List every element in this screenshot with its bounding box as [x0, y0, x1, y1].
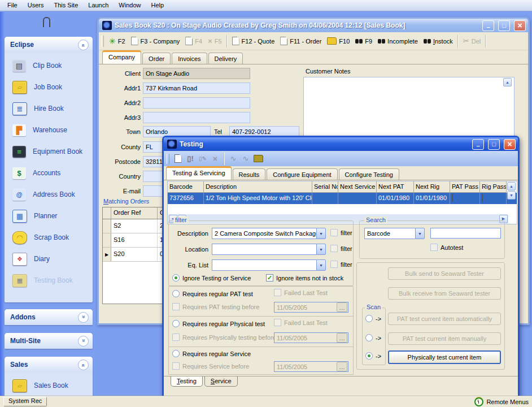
bottom-tab-testing[interactable]: Testing: [171, 376, 203, 387]
radio-icon[interactable]: [172, 290, 180, 297]
failed-last-test-checkbox[interactable]: Failed Last Test: [274, 319, 328, 326]
description-combo[interactable]: 2 Camera Composite Switch Package ▼: [212, 228, 326, 239]
toolbar-button-f10[interactable]: F10: [324, 36, 352, 46]
search-input[interactable]: [430, 228, 501, 239]
menu-item-launch[interactable]: Launch: [83, 0, 114, 11]
delete-cross-icon[interactable]: [210, 153, 221, 164]
ignore-testing-radio[interactable]: Ignore Testing or Service: [172, 274, 251, 282]
scan-button-physically-test-current-item[interactable]: Physically test current item: [388, 350, 501, 364]
remote-menus-status[interactable]: Remote Menus: [474, 397, 529, 406]
menu-item-this-site[interactable]: This Site: [49, 0, 83, 11]
toolbar-grip[interactable]: [101, 36, 104, 47]
requires-service-radio[interactable]: Requires regular Service: [172, 350, 251, 357]
dropdown-arrow-icon[interactable]: ▼: [316, 259, 326, 271]
location-filter-checkbox[interactable]: filter: [330, 245, 352, 252]
checkbox-icon[interactable]: [330, 229, 338, 236]
minimize-button[interactable]: [472, 139, 484, 150]
scan-radio-3[interactable]: ->: [365, 352, 381, 360]
bulk-receive-button[interactable]: Bulk receive from Seaward tester: [388, 287, 501, 300]
sales-window-titlebar[interactable]: Sales Book S20 : On Stage Audio Created …: [99, 19, 528, 32]
checkbox-icon[interactable]: [274, 319, 281, 326]
scan-button-pat-test-current-item-automatically[interactable]: PAT test current item automatically: [388, 313, 501, 325]
sidebar-header-sales[interactable]: Sales «: [5, 357, 93, 373]
equipment-table-row[interactable]: 73726561/2 Ton High Speed Motor with 120…: [168, 193, 517, 204]
sidebar-item-diary[interactable]: Diary: [5, 248, 93, 270]
radio-icon[interactable]: [172, 350, 180, 357]
sidebar-item-warehouse[interactable]: Warehouse: [5, 119, 93, 141]
pat-before-checkbox[interactable]: Requires PAT testing before: [172, 303, 259, 310]
sidebar-item-sales-book[interactable]: Sales Book: [5, 375, 93, 396]
sidebar-item-address-book[interactable]: Address Book: [5, 184, 93, 205]
radio-icon[interactable]: [365, 352, 373, 360]
service-before-date-field[interactable]: 11/05/2005 …: [274, 361, 348, 372]
column-header-rig-pass[interactable]: Rig Pass: [480, 181, 507, 193]
description-filter-checkbox[interactable]: filter: [330, 229, 352, 236]
new-page-icon[interactable]: [172, 153, 184, 164]
tab-testing-servicing[interactable]: Testing & Servicing: [166, 166, 232, 180]
checkbox-icon[interactable]: [172, 334, 180, 341]
expand-button[interactable]: «: [78, 336, 89, 347]
column-header-next-pat[interactable]: Next PAT: [377, 181, 414, 193]
radio-icon[interactable]: [172, 320, 180, 327]
system-rec-button[interactable]: System Rec: [3, 397, 47, 406]
column-header-order-ref[interactable]: Order Ref: [111, 207, 158, 219]
tab-order[interactable]: Order: [142, 53, 171, 64]
sidebar-item-clip-book[interactable]: Clip Book: [5, 55, 93, 76]
checkbox-icon[interactable]: [172, 362, 180, 370]
toolbar-button-f9[interactable]: F9: [352, 36, 375, 46]
menu-item-users[interactable]: Users: [23, 0, 49, 11]
page-alert-icon[interactable]: [185, 153, 196, 164]
toolbar-button-f3-company[interactable]: F3 - Company: [128, 35, 183, 47]
tab-configure-equipment[interactable]: Configure Equipment: [267, 168, 337, 180]
tab-company[interactable]: Company: [102, 50, 141, 64]
maximize-button[interactable]: [498, 20, 510, 31]
rig-pass-checkbox-icon[interactable]: [482, 194, 483, 202]
bulk-send-button[interactable]: Bulk send to Seaward Tester: [388, 267, 501, 280]
addr1-field[interactable]: 737 Kirkman Road: [143, 83, 250, 94]
sidebar-header-addons[interactable]: Addons «: [5, 309, 93, 325]
toolbar-grip[interactable]: [167, 154, 169, 164]
sidebar-item-planner[interactable]: Planner: [5, 205, 93, 227]
search-field-combo[interactable]: Barcode ▼: [364, 228, 425, 239]
checkbox-icon[interactable]: [172, 303, 180, 310]
tab-results[interactable]: Results: [233, 168, 266, 180]
scan-button-pat-test-current-item-manually[interactable]: PAT test current item manually: [388, 332, 501, 345]
date-picker-button[interactable]: …: [337, 302, 347, 312]
tab-invoices[interactable]: Invoices: [172, 53, 207, 64]
collapse-button[interactable]: «: [78, 360, 89, 370]
maximize-button[interactable]: [488, 139, 500, 150]
menu-item-window[interactable]: Window: [114, 0, 146, 11]
radio-icon[interactable]: [365, 315, 373, 322]
menu-item-help[interactable]: Help: [146, 0, 169, 11]
close-button[interactable]: [514, 20, 526, 31]
requires-pat-radio[interactable]: Requires regular PAT test: [172, 290, 253, 297]
checkbox-icon[interactable]: [266, 274, 273, 282]
toolbar-button-f2[interactable]: F2: [106, 35, 128, 47]
sidebar-item-scrap-book[interactable]: Scrap Book: [5, 227, 93, 248]
addr3-field[interactable]: [143, 112, 250, 123]
checkbox-icon[interactable]: [330, 245, 338, 252]
column-header-next-rig[interactable]: Next Rig: [414, 181, 450, 193]
service-before-checkbox[interactable]: Requires Service before: [172, 362, 249, 370]
connector-icon[interactable]: [228, 153, 239, 164]
radio-icon[interactable]: [365, 334, 373, 341]
date-picker-button[interactable]: …: [337, 333, 347, 343]
olive-folder-icon[interactable]: [252, 153, 264, 164]
sidebar-item-equipment-book[interactable]: Equipment Book: [5, 141, 93, 162]
sidebar-item-job-book[interactable]: Job Book: [5, 76, 93, 98]
eq-list-filter-checkbox[interactable]: filter: [330, 261, 352, 268]
physical-before-date-field[interactable]: 11/05/2005 …: [274, 332, 348, 343]
checkbox-icon[interactable]: [430, 244, 438, 251]
sidebar-item-accounts[interactable]: Accounts: [5, 162, 93, 184]
tab-configure-testing[interactable]: Configure Testing: [339, 168, 399, 180]
scan-radio-2[interactable]: ->: [365, 334, 381, 341]
ignore-not-in-stock-checkbox[interactable]: Ignore items not in stock: [266, 274, 343, 282]
column-header-serial-no[interactable]: Serial No: [312, 181, 338, 193]
radio-icon[interactable]: [172, 274, 180, 282]
column-header-next-service[interactable]: Next Service: [338, 181, 377, 193]
minimize-button[interactable]: [482, 20, 494, 31]
toolbar-button-instock[interactable]: Instock: [421, 36, 456, 46]
close-button[interactable]: [504, 139, 516, 150]
location-combo[interactable]: ▼: [212, 244, 326, 255]
checkbox-icon[interactable]: [274, 289, 281, 296]
